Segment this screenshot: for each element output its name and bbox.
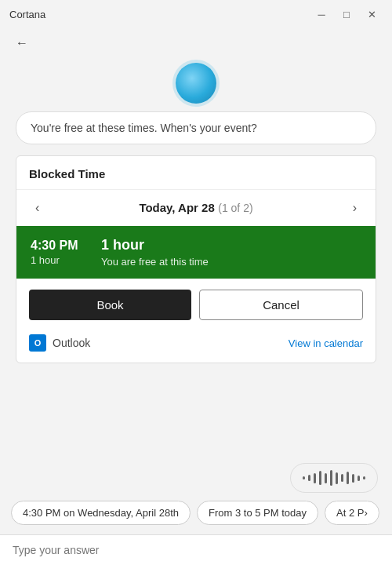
- chip-1[interactable]: From 3 to 5 PM today: [197, 501, 318, 525]
- chip-0[interactable]: 4:30 PM on Wednesday, April 28th: [11, 501, 191, 525]
- outlook-label: Outlook: [53, 337, 90, 349]
- action-row: Book Cancel: [16, 279, 376, 328]
- slot-time: 4:30 PM: [31, 239, 85, 253]
- cancel-button[interactable]: Cancel: [199, 290, 363, 320]
- waveform-bar-7: [336, 472, 338, 484]
- outlook-info: O Outlook: [29, 334, 90, 352]
- waveform-bar-10: [352, 474, 354, 483]
- waveform-row: [0, 463, 392, 501]
- waveform-bar-11: [358, 476, 360, 481]
- nav-date: Today, Apr 28: [139, 201, 214, 214]
- answer-input[interactable]: [13, 544, 379, 556]
- waveform-bar-12: [363, 476, 365, 479]
- close-button[interactable]: ✕: [361, 6, 383, 22]
- outlook-icon: O: [29, 334, 46, 352]
- outlook-row: O Outlook View in calendar: [16, 328, 376, 363]
- slot-duration-left: 1 hour: [31, 254, 85, 266]
- window-controls: ─ □ ✕: [310, 6, 383, 22]
- chip-2[interactable]: At 2 P›: [325, 501, 379, 525]
- nav-date-display: Today, Apr 28 (1 of 2): [139, 201, 252, 215]
- card-title: Blocked Time: [29, 167, 105, 180]
- prev-button[interactable]: ‹: [29, 198, 45, 218]
- input-row: [0, 534, 392, 565]
- nav-row: ‹ Today, Apr 28 (1 of 2) ›: [16, 190, 376, 226]
- minimize-button[interactable]: ─: [310, 6, 332, 22]
- time-slot-left: 4:30 PM 1 hour: [31, 239, 85, 266]
- waveform-bar-9: [347, 472, 349, 484]
- time-slot: 4:30 PM 1 hour 1 hour You are free at th…: [16, 226, 376, 279]
- waveform-bar-1: [303, 476, 305, 479]
- waveform-bar-2: [308, 475, 310, 481]
- next-button[interactable]: ›: [347, 198, 363, 218]
- card-header: Blocked Time: [16, 156, 376, 190]
- time-slot-right: 1 hour You are free at this time: [101, 237, 209, 268]
- waveform-bar-4: [319, 471, 321, 485]
- cortana-avatar: [176, 63, 216, 104]
- back-button[interactable]: ←: [11, 33, 33, 53]
- title-bar: Cortana ─ □ ✕: [0, 0, 392, 28]
- blocked-time-card: Blocked Time ‹ Today, Apr 28 (1 of 2) › …: [16, 155, 376, 363]
- message-bubble: You're free at these times. When's your …: [16, 111, 376, 144]
- waveform-bar-5: [325, 473, 327, 483]
- maximize-button[interactable]: □: [336, 6, 358, 22]
- waveform-bar-8: [341, 474, 343, 482]
- slot-free-text: You are free at this time: [101, 256, 209, 268]
- view-calendar-link[interactable]: View in calendar: [289, 337, 363, 349]
- book-button[interactable]: Book: [29, 290, 191, 320]
- waveform-bar-6: [330, 470, 332, 486]
- slot-duration: 1 hour: [101, 237, 209, 253]
- waveform-button[interactable]: [290, 463, 378, 493]
- back-row: ←: [0, 28, 392, 58]
- nav-count: (1 of 2): [218, 202, 252, 214]
- avatar-row: [0, 58, 392, 111]
- app-title: Cortana: [9, 9, 45, 20]
- waveform-bar-3: [314, 473, 316, 483]
- chips-row: 4:30 PM on Wednesday, April 28th From 3 …: [0, 501, 392, 534]
